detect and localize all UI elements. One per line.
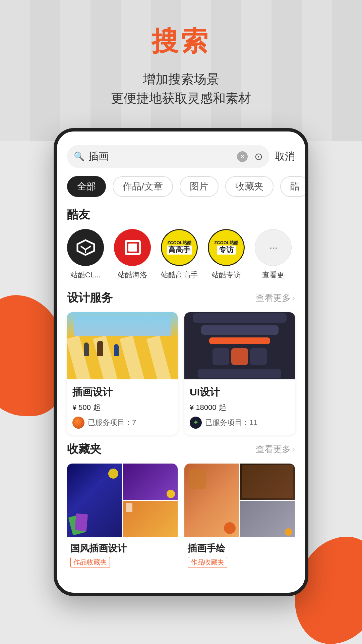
friend-avatar-cl bbox=[67, 229, 104, 266]
more-arrow-icon: › bbox=[292, 293, 295, 303]
illustration-title: 插画设计 bbox=[72, 385, 172, 399]
collection-grid-shouhui bbox=[184, 464, 295, 537]
friends-section-header: 酷友 bbox=[67, 207, 295, 222]
collection-grid-item-6 bbox=[240, 501, 295, 537]
more-dots-icon: ··· bbox=[269, 240, 277, 255]
collection-grid-item-5 bbox=[240, 464, 295, 500]
friend-avatar-hailuo bbox=[114, 229, 151, 266]
ui-card-body: UI设计 ¥ 18000 起 ✦ 已服务项目：11 bbox=[184, 379, 295, 435]
collections-title: 收藏夹 bbox=[67, 441, 101, 457]
collection-tag-shouhui: 作品收藏夹 bbox=[188, 557, 227, 568]
illustration-meta-text: 已服务项目：7 bbox=[88, 418, 136, 428]
friend-name-more: 查看更 bbox=[262, 270, 284, 280]
design-service-title: 设计服务 bbox=[67, 290, 113, 306]
service-card-illustration[interactable]: 插画设计 ¥ 500 起 已服务项目：7 bbox=[67, 312, 178, 435]
design-service-more[interactable]: 查看更多 › bbox=[256, 292, 295, 304]
ui-meta: ✦ 已服务项目：11 bbox=[190, 417, 290, 429]
collection-grid-guofeng bbox=[67, 464, 178, 537]
filter-tabs: 全部 作品/文章 图片 收藏夹 酷 bbox=[57, 176, 305, 197]
camera-icon[interactable]: ⊙ bbox=[254, 151, 263, 162]
collection-grid-item-3 bbox=[123, 501, 178, 537]
illustration-card-image bbox=[67, 312, 178, 379]
tab-images[interactable]: 图片 bbox=[180, 176, 219, 197]
search-bar-container: 🔍 插画 ✕ ⊙ 取消 bbox=[57, 145, 305, 168]
tab-works[interactable]: 作品/文章 bbox=[113, 176, 173, 197]
friend-name-hailuo: 站酷海洛 bbox=[118, 270, 147, 280]
ui-price: ¥ 18000 起 bbox=[190, 402, 290, 413]
collection-info-guofeng: 国风插画设计 作品收藏夹 bbox=[67, 537, 178, 573]
svg-rect-3 bbox=[128, 244, 137, 252]
collection-name-shouhui: 插画手绘 bbox=[188, 542, 292, 555]
collection-cards: 国风插画设计 作品收藏夹 bbox=[67, 464, 295, 573]
search-bar[interactable]: 🔍 插画 ✕ ⊙ bbox=[67, 145, 269, 168]
design-service-header: 设计服务 查看更多 › bbox=[67, 290, 295, 306]
ui-title: UI设计 bbox=[190, 385, 290, 399]
friends-section: 酷友 站酷CL... bbox=[57, 207, 305, 283]
design-service-section: 设计服务 查看更多 › bbox=[57, 290, 305, 435]
service-card-ui[interactable]: UI设计 ¥ 18000 起 ✦ 已服务项目：11 bbox=[184, 312, 295, 435]
friend-item-cl[interactable]: 站酷CL... bbox=[67, 229, 104, 280]
friend-avatar-more: ··· bbox=[255, 229, 292, 266]
friend-name-gaoshou: 站酷高高手 bbox=[161, 270, 198, 280]
illustration-price: ¥ 500 起 bbox=[72, 402, 172, 413]
friend-item-gaoshou[interactable]: ZCOOL站酷 高高手 站酷高高手 bbox=[161, 229, 198, 280]
collections-more[interactable]: 查看更多 › bbox=[256, 443, 295, 455]
header: 搜索 增加搜索场景 更便捷地获取灵感和素材 bbox=[0, 0, 362, 108]
page-subtitle: 增加搜索场景 更便捷地获取灵感和素材 bbox=[0, 70, 362, 108]
friend-name-cl: 站酷CL... bbox=[70, 270, 101, 280]
tab-more[interactable]: 酷 bbox=[280, 176, 305, 197]
collection-grid-item-1 bbox=[67, 464, 122, 537]
page-title: 搜索 bbox=[0, 23, 362, 60]
ui-card-image bbox=[184, 312, 295, 379]
friend-avatar-gaoshou: ZCOOL站酷 高高手 bbox=[161, 229, 198, 266]
friends-row: 站酷CL... 站酷海洛 ZCOOL站酷 高高手 bbox=[67, 229, 295, 283]
collection-card-guofeng[interactable]: 国风插画设计 作品收藏夹 bbox=[67, 464, 178, 573]
friend-item-zhuanfang[interactable]: ZCOOL站酷 专访 站酷专访 bbox=[208, 229, 245, 280]
clear-button[interactable]: ✕ bbox=[237, 151, 248, 162]
ui-meta-text: 已服务项目：11 bbox=[205, 418, 257, 428]
search-icon: 🔍 bbox=[74, 151, 84, 162]
collections-header: 收藏夹 查看更多 › bbox=[67, 441, 295, 457]
friend-name-zhuanfang: 站酷专访 bbox=[212, 270, 241, 280]
friends-section-title: 酷友 bbox=[67, 207, 90, 222]
friend-item-more[interactable]: ··· 查看更 bbox=[255, 229, 292, 280]
cancel-button[interactable]: 取消 bbox=[275, 150, 295, 163]
collections-section: 收藏夹 查看更多 › bbox=[57, 441, 305, 573]
collection-name-guofeng: 国风插画设计 bbox=[70, 542, 174, 555]
collection-tag-guofeng: 作品收藏夹 bbox=[70, 557, 110, 568]
illustration-card-body: 插画设计 ¥ 500 起 已服务项目：7 bbox=[67, 379, 178, 435]
collection-card-shouhui[interactable]: 插画手绘 作品收藏夹 bbox=[184, 464, 295, 573]
collections-more-arrow: › bbox=[292, 444, 295, 454]
illustration-meta: 已服务项目：7 bbox=[72, 417, 172, 429]
ui-avatar: ✦ bbox=[190, 417, 202, 429]
collection-grid-item-4 bbox=[184, 464, 239, 537]
service-cards: 插画设计 ¥ 500 起 已服务项目：7 bbox=[67, 312, 295, 435]
search-input[interactable]: 插画 bbox=[88, 150, 233, 163]
phone-mockup: 🔍 插画 ✕ ⊙ 取消 全部 作品/文章 图片 收藏夹 酷 酷友 bbox=[54, 128, 308, 596]
star-icon: ✦ bbox=[193, 418, 199, 427]
collection-info-shouhui: 插画手绘 作品收藏夹 bbox=[184, 537, 295, 573]
collection-grid-item-2 bbox=[123, 464, 178, 500]
tab-all[interactable]: 全部 bbox=[67, 176, 106, 197]
friend-avatar-zhuanfang: ZCOOL站酷 专访 bbox=[208, 229, 245, 266]
illustration-avatar bbox=[72, 417, 84, 429]
friend-item-hailuo[interactable]: 站酷海洛 bbox=[114, 229, 151, 280]
tab-folders[interactable]: 收藏夹 bbox=[225, 176, 274, 197]
